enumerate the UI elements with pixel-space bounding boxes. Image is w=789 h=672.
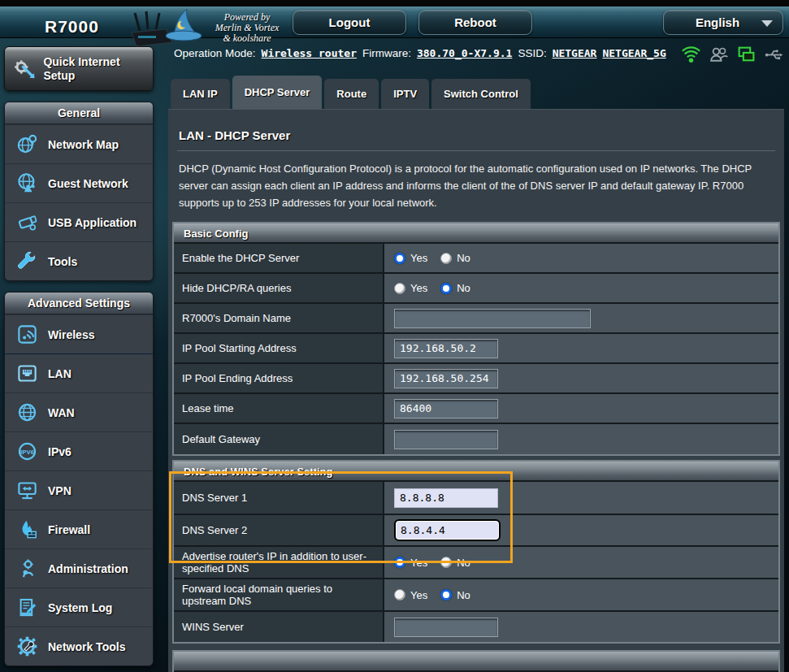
- row-domain-name: R7000's Domain Name: [174, 304, 778, 334]
- firmware-version-link[interactable]: 380.70_0-X7.9.1: [417, 47, 512, 59]
- system-log-icon: [13, 596, 41, 618]
- row-lease-time: Lease time: [174, 394, 778, 424]
- title-divider: [177, 150, 775, 151]
- sidebar-group-advanced: Advanced Settings Wireless: [4, 292, 154, 666]
- quick-setup-gear-wrench-icon: [11, 57, 37, 81]
- quick-internet-setup-button[interactable]: Quick Internet Setup: [4, 46, 154, 91]
- tab-lan-ip[interactable]: LAN IP: [171, 79, 230, 109]
- dns-wins-section-header: DNS and WINS Server Setting: [174, 462, 778, 482]
- advertise-ip-no-radio[interactable]: [440, 557, 452, 568]
- ssid-label: SSID:: [518, 47, 546, 59]
- reboot-button[interactable]: Reboot: [418, 10, 532, 35]
- guest-network-icon: [13, 172, 41, 194]
- row-hide-dhcp-ra-queries: Hide DHCP/RA queries Yes No: [174, 274, 778, 304]
- operation-mode-label: Operation Mode:: [174, 47, 256, 59]
- language-dropdown[interactable]: English: [663, 10, 783, 35]
- sidebar-item-network-tools[interactable]: Network Tools: [5, 626, 153, 665]
- usb-status-icon[interactable]: [764, 45, 784, 65]
- row-wins-server: WINS Server: [174, 612, 778, 642]
- wireless-clients-icon[interactable]: [709, 45, 729, 65]
- app-header: R7000 Powered by Merlin & Vortex & kools…: [0, 7, 789, 38]
- sidebar-item-guest-network[interactable]: Guest Network: [5, 163, 153, 202]
- enable-dhcp-yes-radio[interactable]: [394, 253, 405, 264]
- enable-dhcp-no-radio[interactable]: [440, 253, 452, 264]
- advertise-ip-yes-radio[interactable]: [394, 557, 405, 568]
- usb-application-icon: [13, 211, 41, 233]
- row-advertise-router-ip: Advertise router's IP in addition to use…: [174, 547, 778, 579]
- operation-mode-link[interactable]: Wireless router: [262, 47, 357, 59]
- lan-tab-bar: LAN IP DHCP Server Route IPTV Switch Con…: [171, 76, 531, 109]
- wins-server-input[interactable]: [394, 618, 498, 637]
- ssid-24g-link[interactable]: NETGEAR: [553, 47, 597, 59]
- router-model-logo: R7000: [45, 17, 99, 37]
- lease-time-input[interactable]: [394, 399, 498, 418]
- dns-server-1-input[interactable]: [394, 488, 498, 508]
- sidebar-item-network-map[interactable]: Network Map: [5, 124, 153, 163]
- firmware-label: Firmware:: [362, 47, 411, 59]
- firewall-flame-icon: [13, 518, 41, 540]
- hide-queries-no-radio[interactable]: [440, 283, 452, 294]
- sidebar-group-general: General Network Map: [4, 102, 154, 281]
- basic-config-table: Basic Config Enable the DHCP Server Yes …: [172, 222, 780, 456]
- svg-text:IPV6: IPV6: [20, 449, 34, 456]
- logout-button[interactable]: Logout: [293, 10, 406, 35]
- language-value: English: [696, 15, 739, 29]
- tab-iptv[interactable]: IPTV: [381, 79, 429, 109]
- ipv6-icon: IPV6: [13, 440, 41, 462]
- row-forward-local-queries: Forward local domain queries to upstream…: [174, 579, 778, 612]
- row-ip-pool-start: IP Pool Starting Address: [174, 334, 778, 364]
- quick-internet-setup-label: Quick Internet Setup: [43, 55, 146, 83]
- tools-wrench-icon: [13, 250, 41, 272]
- tab-dhcp-server[interactable]: DHCP Server: [232, 76, 323, 109]
- sidebar-item-ipv6[interactable]: IPV6 IPv6: [5, 431, 153, 470]
- chevron-down-icon: [761, 20, 773, 27]
- dns-wins-table: DNS and WINS Server Setting DNS Server 1…: [172, 460, 780, 644]
- forward-queries-no-radio[interactable]: [440, 589, 452, 600]
- lan-port-icon: [13, 362, 41, 384]
- wan-globe-icon: [13, 401, 41, 423]
- row-default-gateway: Default Gateway: [174, 424, 778, 454]
- sidebar: Quick Internet Setup General Network Map: [4, 46, 154, 666]
- wireless-icon: [13, 323, 41, 345]
- dns-server-2-input[interactable]: [394, 519, 501, 541]
- tab-route[interactable]: Route: [324, 79, 379, 109]
- sidebar-item-wan[interactable]: WAN: [5, 392, 153, 431]
- network-map-icon: [13, 133, 41, 155]
- ip-pool-end-input[interactable]: [394, 369, 498, 388]
- sidebar-item-wireless[interactable]: Wireless: [5, 314, 153, 353]
- default-gateway-input[interactable]: [394, 430, 498, 449]
- general-group-header: General: [5, 102, 153, 124]
- page-title: LAN - DHCP Server: [179, 128, 774, 142]
- hide-queries-yes-radio[interactable]: [394, 283, 405, 294]
- wired-clients-icon[interactable]: [736, 45, 756, 65]
- sidebar-item-tools[interactable]: Tools: [5, 241, 153, 280]
- sidebar-item-vpn[interactable]: VPN: [5, 470, 153, 509]
- merlin-wizard-router-logo: [128, 7, 206, 47]
- status-icon-group: [681, 45, 784, 65]
- ip-pool-start-input[interactable]: [394, 339, 498, 358]
- sidebar-item-firewall[interactable]: Firewall: [5, 509, 153, 548]
- next-section-header: [174, 652, 778, 672]
- powered-by-tagline: Powered by Merlin & Vortex & koolshare: [199, 12, 295, 44]
- sidebar-item-usb-application[interactable]: USB Application: [5, 202, 153, 241]
- tab-switch-control[interactable]: Switch Control: [431, 79, 531, 109]
- network-tools-icon: [13, 635, 41, 657]
- page-description: DHCP (Dynamic Host Configuration Protoco…: [179, 160, 774, 211]
- status-bar: Operation Mode: Wireless router Firmware…: [174, 47, 666, 59]
- forward-queries-yes-radio[interactable]: [394, 589, 405, 600]
- sidebar-item-system-log[interactable]: System Log: [5, 587, 153, 626]
- sidebar-item-lan[interactable]: LAN: [5, 353, 153, 392]
- advanced-settings-group-header: Advanced Settings: [5, 293, 153, 314]
- vpn-icon: [13, 479, 41, 501]
- wifi-status-icon[interactable]: [681, 45, 701, 65]
- main-content-panel: LAN - DHCP Server DHCP (Dynamic Host Con…: [168, 109, 784, 672]
- row-enable-dhcp-server: Enable the DHCP Server Yes No: [174, 244, 778, 274]
- row-ip-pool-end: IP Pool Ending Address: [174, 364, 778, 394]
- top-black-strip: [0, 0, 789, 7]
- ssid-5g-link[interactable]: NETGEAR_5G: [602, 47, 665, 59]
- row-dns-server-2: DNS Server 2: [174, 515, 778, 547]
- next-section-partial: [172, 650, 780, 672]
- domain-name-input[interactable]: [394, 309, 591, 328]
- sidebar-item-administration[interactable]: Administration: [5, 548, 153, 587]
- basic-config-section-header: Basic Config: [174, 223, 778, 244]
